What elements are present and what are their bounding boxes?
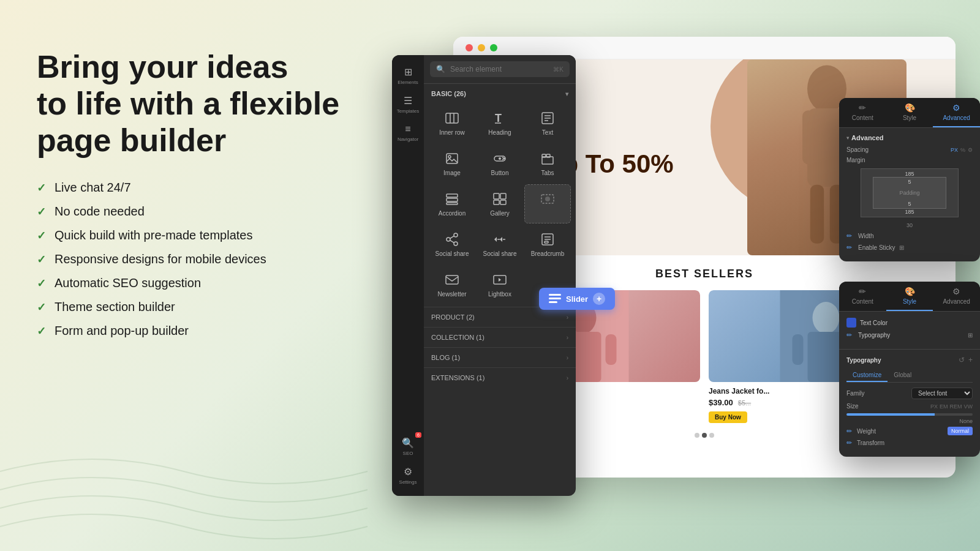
buy-button-2[interactable]: Buy Now: [709, 411, 747, 423]
newsletter-icon: [443, 271, 461, 288]
check-icon: ✓: [37, 324, 46, 338]
category-label: EXTENSIONS (1): [431, 374, 484, 381]
element-newsletter[interactable]: Newsletter: [429, 265, 475, 304]
family-select[interactable]: Select font: [911, 388, 973, 399]
element-text[interactable]: Text: [524, 103, 571, 143]
svg-rect-30: [542, 154, 546, 157]
tab-advanced-2[interactable]: ⚙ Advanced: [933, 282, 980, 311]
svg-line-44: [450, 236, 454, 238]
contact-form-icon: [539, 231, 556, 248]
category-arrow: ›: [567, 334, 568, 341]
tab-advanced[interactable]: ⚙ Advanced: [933, 98, 980, 127]
check-icon: ✓: [37, 253, 46, 266]
price-old-2: $5...: [738, 399, 751, 407]
style-tab-label: Style: [903, 114, 916, 121]
element-contact-form[interactable]: Breadcrumb: [524, 225, 571, 264]
carousel-dot[interactable]: [695, 433, 699, 438]
element-lightbox[interactable]: Lightbox: [477, 265, 523, 304]
accordion-icon: [443, 190, 461, 208]
text-color-row: Text Color: [846, 318, 973, 328]
svg-line-45: [450, 240, 454, 242]
category-extensions[interactable]: EXTENSIONS (1) ›: [424, 367, 576, 388]
element-heading[interactable]: T Heading: [477, 103, 523, 143]
check-icon: ✓: [37, 277, 46, 290]
inner-row-icon: [443, 110, 461, 127]
element-button[interactable]: Button: [477, 144, 523, 183]
tab-content[interactable]: ✏ Content: [839, 98, 886, 127]
text-icon: [539, 110, 556, 127]
svg-rect-14: [793, 334, 804, 365]
weight-label: Weight: [857, 428, 876, 435]
image-icon: [443, 150, 461, 167]
category-blog[interactable]: BLOG (1) ›: [424, 347, 576, 367]
customize-tab[interactable]: Customize: [846, 369, 888, 382]
size-label: Size: [846, 403, 858, 410]
category-label: PRODUCT (2): [431, 313, 475, 321]
tab-style-2[interactable]: 🎨 Style: [886, 282, 933, 311]
svg-rect-34: [447, 203, 458, 204]
add-icon[interactable]: +: [968, 356, 973, 364]
svg-rect-29: [542, 157, 553, 164]
global-tab[interactable]: Global: [888, 369, 918, 382]
check-icon: ✓: [37, 301, 46, 314]
sidebar-icon-navigator[interactable]: ≡ Navigator: [396, 120, 420, 146]
feature-item: ✓Responsive designs for mobile devices: [37, 252, 380, 266]
svg-rect-25: [447, 154, 458, 163]
svg-rect-31: [546, 154, 550, 157]
browser-dot-green: [490, 44, 497, 51]
social-share-icon: [443, 231, 461, 248]
element-label: Accordion: [439, 210, 466, 217]
element-breadcrumb[interactable]: Social share: [477, 225, 523, 264]
element-label: Social share: [435, 250, 469, 258]
slider-float-icon: [549, 294, 561, 304]
search-shortcut: ⌘K: [553, 66, 564, 73]
sidebar-icon-templates[interactable]: ☰ Templates: [396, 91, 420, 118]
padding-inner-val: 30: [846, 222, 973, 228]
family-row: Family Select font: [846, 388, 973, 399]
svg-rect-54: [549, 294, 561, 296]
padding-box: Padding 5 5: [873, 177, 946, 209]
svg-rect-37: [494, 200, 499, 204]
carousel-dot[interactable]: [709, 433, 714, 438]
typography-label: Typography: [858, 332, 964, 339]
color-swatch[interactable]: [846, 318, 856, 328]
style-text-color: Text Color ✏ Typography ⊞: [839, 312, 980, 349]
none-label: None: [846, 418, 973, 424]
tab-content-2[interactable]: ✏ Content: [839, 282, 886, 311]
element-label: Text: [542, 129, 553, 137]
element-slider[interactable]: [524, 184, 571, 223]
element-social-share[interactable]: Social share: [429, 225, 475, 264]
tab-style[interactable]: 🎨 Style: [886, 98, 933, 127]
search-box: 🔍 ⌘K: [430, 61, 570, 77]
style-tab-icon: 🎨: [905, 103, 915, 113]
svg-rect-2: [802, 110, 814, 164]
category-collection[interactable]: COLLECTION (1) ›: [424, 327, 576, 347]
elements-panel: ⊞ Elements ☰ Templates ≡ Navigator 🔍 SEO…: [392, 55, 576, 496]
sidebar-icon-seo[interactable]: 🔍 SEO 6: [396, 433, 420, 460]
carousel-dot-active[interactable]: [702, 433, 707, 438]
svg-rect-10: [606, 334, 617, 365]
refresh-icon[interactable]: ↺: [959, 356, 965, 364]
svg-rect-36: [500, 193, 506, 199]
headline-line1: Bring your ideas: [37, 49, 288, 84]
element-label: Image: [443, 170, 461, 177]
sidebar-icon-elements[interactable]: ⊞ Elements: [396, 62, 420, 89]
element-inner-row[interactable]: Inner row: [429, 103, 475, 143]
elements-grid: Inner row T Heading Text: [424, 101, 576, 307]
search-input[interactable]: [450, 65, 548, 73]
element-image[interactable]: Image: [429, 144, 475, 183]
transform-row: ✏ Transform: [846, 439, 973, 447]
weight-row: ✏ Weight Normal: [846, 427, 973, 435]
sidebar-icon-settings[interactable]: ⚙ Settings: [396, 462, 420, 489]
slider-label: Slider: [566, 294, 588, 304]
slider-icon: [539, 191, 556, 208]
size-slider[interactable]: [846, 413, 973, 416]
svg-text:T: T: [495, 112, 502, 124]
element-accordion[interactable]: Accordion: [429, 184, 475, 223]
element-label: Heading: [488, 129, 511, 137]
svg-rect-4: [810, 185, 824, 244]
spacing-visual: 185 185 Padding 5 5: [861, 168, 959, 217]
element-tabs[interactable]: Tabs: [524, 144, 571, 183]
price-new-2: $39.00: [709, 398, 733, 407]
element-gallery[interactable]: Gallery: [477, 184, 523, 223]
